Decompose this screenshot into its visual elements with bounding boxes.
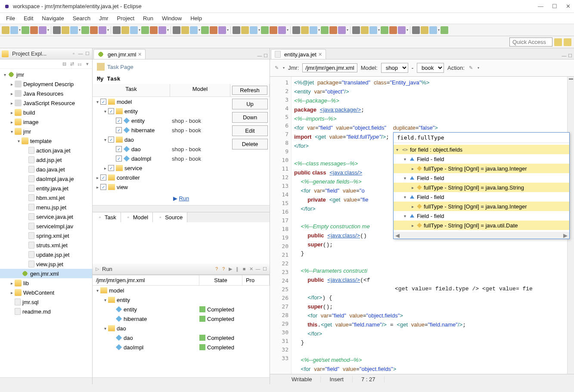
run-row[interactable]: daoImplCompleted [93, 342, 270, 352]
checkbox[interactable]: ✓ [100, 99, 106, 105]
checkbox[interactable]: ✓ [116, 118, 122, 124]
toolbar-icon[interactable] [301, 26, 309, 34]
close-editor-tab-icon[interactable]: ✕ [318, 52, 322, 57]
task-row[interactable]: ▸✓controller [93, 173, 170, 182]
toolbar-icon[interactable] [338, 26, 346, 34]
toolbar-icon[interactable] [329, 26, 337, 34]
checkbox[interactable]: ✓ [100, 174, 106, 180]
view-dropdown-icon[interactable]: ▾ [84, 61, 90, 67]
editor-min-icon[interactable]: — [561, 53, 567, 59]
popup-row[interactable]: ▾<>for field : object.fields [394, 145, 569, 154]
checkbox[interactable]: ✓ [116, 146, 122, 152]
toolbar-icon[interactable] [233, 26, 240, 34]
tree-row[interactable]: add.jsp.jet [0, 155, 92, 165]
task-row[interactable]: ✓hibernate [93, 125, 170, 135]
tree-row[interactable]: entity.java.jet [0, 184, 92, 193]
menu-run[interactable]: Run [139, 14, 158, 23]
toolbar-icon[interactable] [369, 26, 377, 34]
toolbar-icon[interactable] [181, 26, 189, 34]
tree-row[interactable]: dao.java.jet [0, 165, 92, 174]
tree-row[interactable]: spring.xml.jet [0, 231, 92, 240]
popup-row[interactable]: ▾Field - field [394, 211, 569, 221]
run-row[interactable]: hibernateCompleted [93, 314, 270, 324]
perspective-icon-2[interactable] [564, 38, 571, 46]
toolbar-icon[interactable] [141, 26, 149, 34]
toolbar-icon[interactable] [361, 26, 369, 34]
toolbar-icon[interactable] [130, 26, 138, 34]
popup-row[interactable]: ▸fullType - String [Ognl] = java.lang.St… [394, 183, 569, 192]
tree-row[interactable]: ▸Deployment Descrip [0, 79, 92, 89]
menu-window[interactable]: Window [158, 14, 186, 23]
model2-select[interactable]: book [417, 63, 444, 73]
mode-tab-task[interactable]: ▫Task [93, 212, 121, 222]
tree-row[interactable]: ▸JavaScript Resource [0, 98, 92, 108]
checkbox[interactable]: ✓ [100, 184, 106, 190]
toolbar-icon[interactable] [30, 26, 38, 34]
toolbar-icon[interactable] [270, 26, 277, 34]
mode-tab-source[interactable]: ▫Source [153, 212, 187, 222]
maximize-editor-icon[interactable]: ☐ [263, 53, 269, 59]
run-row[interactable]: entityCompleted [93, 305, 270, 314]
menu-jmr[interactable]: Jmr [95, 14, 113, 23]
checkbox[interactable]: ✓ [116, 127, 122, 133]
run-row[interactable]: ▾model [93, 286, 270, 295]
run-max-icon[interactable]: ☐ [262, 266, 268, 272]
tree-row[interactable]: view.jsp.jet [0, 259, 92, 269]
run-link[interactable]: Run [179, 195, 189, 202]
toolbar-icon[interactable] [412, 26, 420, 34]
action-icon[interactable]: ✎ [468, 65, 474, 71]
perspective-icon[interactable] [554, 38, 562, 46]
close-tab-icon[interactable]: ✕ [138, 52, 142, 57]
tree-row[interactable]: ▾template [0, 136, 92, 146]
focus-icon[interactable]: ⚏ [77, 61, 83, 67]
popup-row[interactable]: ▾Field - field [394, 154, 569, 164]
menu-search[interactable]: Search [68, 14, 95, 23]
run-row[interactable]: ▾entity [93, 295, 270, 305]
task-row[interactable]: ✓dao [93, 144, 170, 154]
tab-gen-jmr-xml[interactable]: gen.jmr.xml ✕ [93, 49, 146, 59]
popup-tree[interactable]: ▾<>for field : object.fields▾Field - fie… [394, 143, 569, 232]
link-editor-icon[interactable]: ⇄ [69, 61, 75, 67]
toolbar-icon[interactable] [261, 26, 269, 34]
edit-button[interactable]: Edit [232, 125, 268, 136]
toolbar-icon[interactable] [389, 26, 397, 34]
toolbar-icon[interactable] [62, 26, 69, 34]
toolbar-icon[interactable] [53, 26, 61, 34]
toolbar-icon[interactable] [201, 26, 209, 34]
tree-row[interactable]: hbm.xml.jet [0, 193, 92, 202]
toolbar-icon[interactable] [2, 26, 9, 34]
toolbar-icon[interactable] [278, 26, 286, 34]
tree-row[interactable]: ▸lib [0, 278, 92, 288]
menu-file[interactable]: File [2, 14, 19, 23]
toolbar-icon[interactable] [250, 26, 258, 34]
toolbar-icon[interactable] [421, 26, 428, 34]
run-play-icon[interactable]: ▶ [227, 266, 233, 272]
mode-tab-model[interactable]: ▫Model [121, 212, 153, 222]
content-assist-popup[interactable]: field.fullType ▾<>for field : object.fie… [393, 132, 570, 239]
toolbar-icon[interactable] [381, 26, 388, 34]
menu-project[interactable]: Project [113, 14, 139, 23]
explorer-hscroll[interactable] [0, 377, 92, 384]
toolbar-icon[interactable] [310, 26, 317, 34]
toolbar-icon[interactable] [173, 26, 180, 34]
run-hscroll[interactable] [93, 377, 270, 384]
task-row[interactable]: ▾✓entity [93, 106, 170, 116]
down-button[interactable]: Down [232, 112, 268, 123]
toolbar-icon[interactable] [39, 26, 47, 34]
tree-row[interactable]: ▸image [0, 117, 92, 127]
editor-tool-icon[interactable]: ✎ [273, 65, 279, 71]
maximize-view-icon[interactable]: ☐ [84, 51, 90, 57]
toolbar-icon[interactable] [121, 26, 129, 34]
tree-row[interactable]: ▸Java Resources [0, 89, 92, 98]
tree-row[interactable]: jmr.sql [0, 297, 92, 307]
run-row[interactable]: ▾dao [93, 324, 270, 333]
tree-row[interactable]: readme.md [0, 307, 92, 316]
toolbar-icon[interactable] [441, 26, 448, 34]
popup-row[interactable]: ▸fullType - String [Ognl] = java.lang.In… [394, 202, 569, 211]
toolbar-icon[interactable] [150, 26, 158, 34]
toolbar-icon[interactable] [218, 26, 226, 34]
minimize-button[interactable]: — [538, 3, 543, 9]
task-row[interactable]: ▾✓model [93, 97, 170, 106]
run-clear-icon[interactable]: ✕ [248, 266, 254, 272]
run-row[interactable]: daoCompleted [93, 333, 270, 342]
